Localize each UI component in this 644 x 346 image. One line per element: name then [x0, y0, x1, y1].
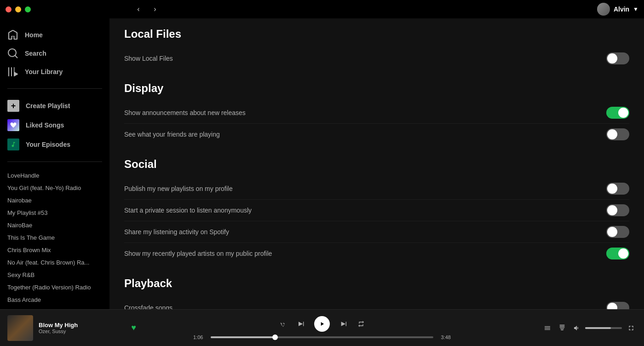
- toggle-show-announcements[interactable]: [606, 107, 629, 119]
- track-info: Blow My High Ozer, Sussy: [39, 322, 122, 334]
- sidebar-item-home-label: Home: [25, 31, 43, 39]
- user-area[interactable]: Alvin ▼: [597, 3, 638, 16]
- album-art: [7, 315, 33, 341]
- toggle-thumb-private-session: [607, 205, 617, 215]
- sidebar-actions: + Create Playlist Liked Songs: [0, 92, 109, 158]
- time-current: 1:06: [193, 334, 207, 340]
- volume-control: [571, 323, 622, 334]
- connect-device-button[interactable]: [557, 323, 568, 334]
- your-episodes-button[interactable]: Your Episodes: [0, 135, 109, 154]
- section-title-playback: Playback: [124, 277, 629, 290]
- setting-row-publish-playlists: Publish my new playlists on my profile: [124, 178, 629, 200]
- sidebar-item-home[interactable]: Home: [0, 26, 109, 44]
- toggle-thumb-share-activity: [607, 227, 617, 237]
- playlist-item[interactable]: Together (Radio Version) Radio: [0, 281, 109, 294]
- user-name: Alvin: [614, 6, 629, 13]
- setting-label-show-local-files: Show Local Files: [124, 55, 173, 62]
- sidebar: Home Search Your Library: [0, 18, 109, 346]
- sidebar-item-library[interactable]: Your Library: [0, 63, 109, 81]
- toggle-thumb-show-local-files: [607, 53, 617, 63]
- settings-content: Local FilesShow Local FilesDisplayShow a…: [109, 18, 644, 346]
- player-controls: 1:06 3:48: [136, 316, 508, 340]
- progress-bar-container: 1:06 3:48: [193, 334, 451, 340]
- titlebar: ‹ › Alvin ▼: [0, 0, 644, 18]
- your-episodes-label: Your Episodes: [26, 141, 70, 148]
- liked-songs-label: Liked Songs: [26, 121, 64, 129]
- sidebar-item-search-label: Search: [25, 50, 46, 57]
- back-button[interactable]: ‹: [132, 3, 145, 16]
- fullscreen-button[interactable]: [626, 323, 637, 334]
- nav-items: Home Search Your Library: [0, 22, 109, 85]
- player-bar: Blow My High Ozer, Sussy ♥: [0, 309, 644, 346]
- main-layout: Home Search Your Library: [0, 18, 644, 346]
- progress-fill: [211, 336, 275, 338]
- close-button[interactable]: [6, 6, 12, 12]
- settings-section-local-files: Local FilesShow Local Files: [124, 28, 629, 69]
- maximize-button[interactable]: [25, 6, 31, 12]
- playlist-item[interactable]: Bass Arcade: [0, 294, 109, 306]
- setting-row-private-session: Start a private session to listen anonym…: [124, 200, 629, 221]
- progress-track[interactable]: [211, 336, 433, 338]
- toggle-show-friends[interactable]: [606, 128, 629, 140]
- library-icon: [7, 66, 18, 77]
- plus-icon: +: [7, 100, 19, 112]
- setting-label-show-friends: See what your friends are playing: [124, 131, 220, 138]
- heart-icon: [7, 119, 19, 131]
- avatar: [597, 3, 610, 16]
- traffic-lights: [6, 6, 31, 12]
- create-playlist-button[interactable]: + Create Playlist: [0, 96, 109, 115]
- toggle-thumb-show-recent-artists: [618, 248, 628, 259]
- playlist-item[interactable]: No Air (feat. Chris Brown) Ra...: [0, 256, 109, 269]
- setting-label-show-recent-artists: Show my recently played artists on my pu…: [124, 250, 272, 257]
- shuffle-button[interactable]: [277, 318, 288, 329]
- playlist-item[interactable]: This Is The Game: [0, 231, 109, 244]
- create-playlist-label: Create Playlist: [26, 102, 70, 110]
- playlist-divider: [7, 161, 102, 162]
- toggle-thumb-publish-playlists: [607, 184, 617, 194]
- sidebar-divider: [7, 88, 102, 89]
- previous-button[interactable]: [296, 318, 307, 329]
- setting-row-show-local-files: Show Local Files: [124, 48, 629, 69]
- search-icon: [7, 48, 18, 59]
- player-extras: [508, 323, 637, 334]
- toggle-show-local-files[interactable]: [606, 52, 629, 64]
- section-title-social: Social: [124, 158, 629, 171]
- repeat-button[interactable]: [356, 318, 367, 329]
- volume-track[interactable]: [585, 327, 622, 329]
- control-buttons: [277, 316, 367, 332]
- toggle-thumb-show-announcements: [618, 108, 628, 118]
- volume-icon[interactable]: [571, 323, 582, 334]
- section-title-display: Display: [124, 82, 629, 95]
- playlist-item[interactable]: LoveHandle: [0, 169, 109, 182]
- track-artists: Ozer, Sussy: [39, 329, 122, 334]
- queue-button[interactable]: [542, 323, 553, 334]
- setting-row-show-recent-artists: Show my recently played artists on my pu…: [124, 243, 629, 264]
- toggle-share-activity[interactable]: [606, 226, 629, 238]
- settings-section-display: DisplayShow announcements about new rele…: [124, 82, 629, 145]
- sidebar-item-search[interactable]: Search: [0, 44, 109, 63]
- toggle-publish-playlists[interactable]: [606, 183, 629, 195]
- play-pause-button[interactable]: [314, 316, 330, 332]
- next-button[interactable]: [337, 318, 348, 329]
- setting-row-show-announcements: Show announcements about new releases: [124, 102, 629, 124]
- volume-fill: [585, 327, 611, 329]
- playlist-item[interactable]: My Playlist #53: [0, 207, 109, 219]
- toggle-private-session[interactable]: [606, 204, 629, 216]
- forward-button[interactable]: ›: [149, 3, 161, 16]
- playlist-item[interactable]: Sexy R&B: [0, 269, 109, 281]
- episodes-icon: [7, 138, 19, 150]
- nav-arrows: ‹ ›: [132, 3, 161, 16]
- toggle-thumb-show-friends: [607, 129, 617, 139]
- setting-label-private-session: Start a private session to listen anonym…: [124, 207, 252, 214]
- toggle-show-recent-artists[interactable]: [606, 248, 629, 260]
- minimize-button[interactable]: [15, 6, 21, 12]
- playlist-item[interactable]: NairoBae: [0, 219, 109, 231]
- playlist-item[interactable]: Nairobae: [0, 194, 109, 207]
- playlist-item[interactable]: Chris Brown Mix: [0, 244, 109, 256]
- playlist-item[interactable]: You Girl (feat. Ne-Yo) Radio: [0, 182, 109, 194]
- heart-button[interactable]: ♥: [131, 323, 136, 333]
- setting-row-share-activity: Share my listening activity on Spotify: [124, 221, 629, 243]
- liked-songs-button[interactable]: Liked Songs: [0, 115, 109, 135]
- sidebar-item-library-label: Your Library: [25, 68, 63, 75]
- section-title-local-files: Local Files: [124, 28, 629, 40]
